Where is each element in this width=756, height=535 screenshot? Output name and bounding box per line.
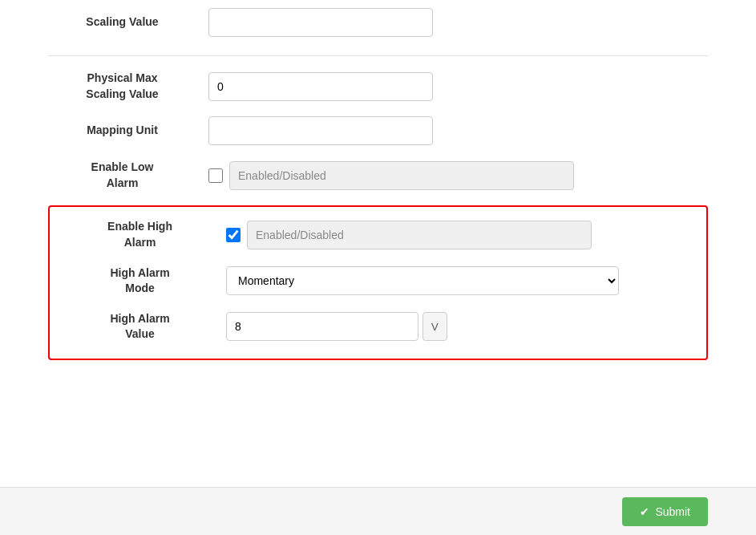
high-alarm-unit-text: V	[431, 321, 439, 333]
divider-1	[48, 55, 708, 56]
mapping-unit-row: Mapping Unit	[48, 116, 708, 145]
enable-low-alarm-text: Enabled/Disabled	[238, 169, 326, 182]
scaling-value-label: Scaling Value	[48, 14, 208, 30]
high-alarm-value-input[interactable]	[226, 312, 418, 341]
high-alarm-mode-label: High AlarmMode	[66, 265, 226, 297]
high-alarm-mode-select[interactable]: Momentary Latching	[226, 266, 619, 295]
mapping-unit-control	[208, 116, 609, 145]
enable-high-alarm-control: Enabled/Disabled	[226, 221, 627, 249]
enable-low-alarm-display: Enabled/Disabled	[229, 161, 574, 190]
scaling-value-control	[208, 8, 609, 37]
checkmark-icon: ✔	[640, 505, 649, 518]
high-alarm-unit-badge: V	[422, 312, 447, 341]
footer-bar: ✔ Submit	[0, 487, 756, 535]
physical-max-scaling-control	[208, 72, 609, 101]
mapping-unit-input[interactable]	[208, 116, 433, 145]
enable-high-alarm-checkbox[interactable]	[226, 228, 241, 242]
enable-low-alarm-control: Enabled/Disabled	[208, 161, 609, 190]
high-alarm-value-label: High AlarmValue	[66, 311, 226, 342]
submit-button[interactable]: ✔ Submit	[622, 497, 708, 526]
high-alarm-group: Enable HighAlarm Enabled/Disabled High A…	[48, 205, 708, 360]
mapping-unit-label: Mapping Unit	[48, 123, 208, 139]
high-alarm-mode-row: High AlarmMode Momentary Latching	[66, 265, 690, 297]
enable-high-alarm-text: Enabled/Disabled	[256, 229, 344, 241]
enable-low-alarm-row: Enable LowAlarm Enabled/Disabled	[48, 160, 708, 191]
enable-high-alarm-row: Enable HighAlarm Enabled/Disabled	[66, 219, 690, 250]
high-alarm-mode-control: Momentary Latching	[226, 266, 627, 295]
enable-high-alarm-checkbox-row: Enabled/Disabled	[226, 221, 627, 249]
physical-max-scaling-label: Physical MaxScaling Value	[48, 71, 208, 102]
scaling-value-row: Scaling Value	[48, 8, 708, 41]
enable-low-alarm-checkbox-row: Enabled/Disabled	[208, 161, 609, 190]
enable-high-alarm-label: Enable HighAlarm	[66, 219, 226, 250]
form-container: Scaling Value Physical MaxScaling Value …	[0, 0, 756, 391]
high-alarm-value-row: High AlarmValue V	[66, 311, 690, 342]
scaling-value-input[interactable]	[208, 8, 433, 37]
physical-max-scaling-input[interactable]	[208, 72, 433, 101]
high-alarm-value-control: V	[226, 312, 627, 341]
enable-low-alarm-label: Enable LowAlarm	[48, 160, 208, 191]
physical-max-scaling-row: Physical MaxScaling Value	[48, 71, 708, 102]
enable-high-alarm-display: Enabled/Disabled	[247, 221, 592, 249]
enable-low-alarm-checkbox[interactable]	[208, 168, 223, 183]
submit-label: Submit	[655, 505, 690, 518]
page-wrapper: Scaling Value Physical MaxScaling Value …	[0, 0, 756, 535]
